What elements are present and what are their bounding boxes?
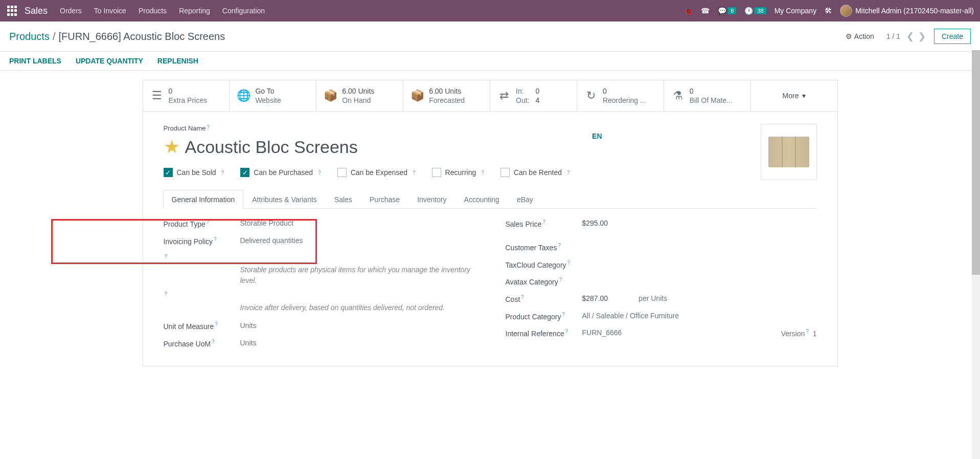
stat-website[interactable]: 🌐 Go ToWebsite [230, 80, 316, 111]
nav-orders[interactable]: Orders [60, 7, 82, 15]
help-icon[interactable]: ? [562, 312, 565, 317]
stat-extra-prices[interactable]: ☰ 0Extra Prices [143, 80, 230, 111]
globe-icon: 🌐 [237, 89, 250, 102]
form-grid: Product Type?Storable Product Invoicing … [164, 209, 817, 366]
left-column: Product Type?Storable Product Invoicing … [164, 219, 475, 356]
avatar [840, 5, 852, 17]
messages-icon[interactable]: 💬8 [718, 7, 736, 15]
help-icon[interactable]: ? [207, 124, 210, 130]
product-type-value[interactable]: Storable Product [240, 219, 475, 227]
sales-price-value[interactable]: $295.00 [582, 219, 817, 227]
product-name[interactable]: Acoustic Bloc Screens [185, 137, 358, 157]
help-icon[interactable]: ? [521, 294, 524, 300]
recurring-checkbox[interactable] [432, 168, 441, 177]
action-menu[interactable]: ⚙Action [846, 32, 874, 40]
help-icon[interactable]: ? [567, 260, 571, 266]
tabs: General Information Attributes & Variant… [163, 189, 817, 209]
tab-attributes-variants[interactable]: Attributes & Variants [243, 190, 326, 209]
flask-icon: ⚗ [671, 89, 685, 102]
lang-button[interactable]: EN [592, 132, 602, 140]
help-icon[interactable]: ? [212, 339, 215, 344]
header: Products / [FURN_6666] Acoustic Bloc Scr… [0, 21, 980, 52]
category-value[interactable]: All / Saleable / Office Furniture [582, 312, 817, 320]
refresh-icon: ↻ [584, 89, 598, 102]
breadcrumb-root[interactable]: Products [9, 31, 50, 42]
breadcrumb-sep: / [53, 31, 56, 42]
favorite-star-icon[interactable]: ★ [164, 136, 180, 158]
scrollbar[interactable] [972, 50, 980, 366]
invoicing-policy-label: Invoicing Policy? [164, 236, 240, 246]
stat-forecasted[interactable]: 📦 6.00 UnitsForecasted [403, 80, 490, 111]
tab-purchase[interactable]: Purchase [361, 190, 408, 209]
help-icon[interactable]: ? [806, 329, 809, 334]
purchase-uom-value[interactable]: Units [240, 339, 475, 347]
nav-reporting[interactable]: Reporting [179, 7, 210, 15]
stat-reordering[interactable]: ↻ 0Reordering ... [577, 80, 664, 111]
help-icon[interactable]: ? [413, 170, 416, 176]
nav-configuration[interactable]: Configuration [222, 7, 265, 15]
can-be-purchased-checkbox[interactable]: ✓ [240, 168, 249, 177]
product-image[interactable] [761, 124, 817, 180]
product-name-label: Product Name? [164, 124, 210, 132]
stat-transfers[interactable]: ⇄ In:Out: 04 [490, 80, 577, 111]
help-icon[interactable]: ? [558, 243, 561, 248]
uom-label: Unit of Measure? [164, 321, 240, 331]
help-icon[interactable]: ? [215, 321, 218, 327]
tab-general-information[interactable]: General Information [163, 190, 244, 209]
help-icon[interactable]: ? [542, 219, 545, 225]
chevron-down-icon: ▾ [802, 92, 806, 100]
help-icon[interactable]: ? [165, 291, 168, 297]
ref-value[interactable]: FURN_6666Version? 1 [582, 329, 817, 338]
can-be-sold-checkbox[interactable]: ✓ [164, 168, 173, 177]
apps-icon[interactable] [6, 5, 18, 17]
stat-more[interactable]: More▾ [751, 80, 837, 111]
help-icon[interactable]: ? [567, 170, 570, 176]
avatax-label: Avatax Category? [506, 277, 582, 286]
transfer-icon: ⇄ [497, 89, 511, 102]
activities-icon[interactable]: 🕐38 [744, 7, 766, 15]
breadcrumb-current: [FURN_6666] Acoustic Bloc Screens [59, 31, 225, 42]
user-menu[interactable]: Mitchell Admin (21702450-master-all) [840, 5, 974, 17]
help-icon[interactable]: ? [221, 170, 224, 176]
cost-value[interactable]: $287.00per Units [582, 294, 817, 302]
help-icon[interactable]: ? [481, 170, 484, 176]
uom-value[interactable]: Units [240, 321, 475, 330]
toolbar: PRINT LABELS UPDATE QUANTITY REPLENISH [0, 52, 980, 71]
support-icon[interactable]: ☎ [701, 7, 710, 15]
create-button[interactable]: Create [934, 29, 971, 44]
tools-icon[interactable]: 🛠 [825, 7, 832, 15]
customer-taxes-label: Customer Taxes? [506, 243, 582, 252]
can-be-expensed-checkbox[interactable] [337, 168, 347, 177]
help-icon[interactable]: ? [565, 329, 568, 334]
help-icon[interactable]: ? [207, 219, 210, 225]
tab-ebay[interactable]: eBay [508, 190, 542, 209]
invoicing-policy-value[interactable]: Delivered quantities [240, 236, 475, 245]
tab-accounting[interactable]: Accounting [455, 190, 508, 209]
nav-to-invoice[interactable]: To Invoice [94, 7, 126, 15]
can-be-rented-checkbox[interactable] [500, 168, 510, 177]
stat-on-hand[interactable]: 📦 6.00 UnitsOn Hand [316, 80, 403, 111]
print-labels-button[interactable]: PRINT LABELS [9, 57, 61, 65]
company-switcher[interactable]: My Company [774, 7, 816, 15]
help-icon[interactable]: ? [318, 170, 321, 176]
update-quantity-button[interactable]: UPDATE QUANTITY [76, 57, 143, 65]
stat-bom[interactable]: ⚗ 0Bill Of Mate... [664, 80, 751, 111]
tab-sales[interactable]: Sales [326, 190, 361, 209]
tab-inventory[interactable]: Inventory [408, 190, 455, 209]
category-label: Product Category? [506, 312, 582, 321]
prev-button[interactable]: ❮ [906, 31, 914, 42]
cost-label: Cost? [506, 294, 582, 303]
pager[interactable]: 1 / 1 [886, 32, 900, 40]
nav-products[interactable]: Products [139, 7, 167, 15]
brand[interactable]: Sales [25, 6, 48, 16]
debug-icon[interactable]: 🐞 [684, 7, 693, 15]
help-icon[interactable]: ? [214, 236, 217, 242]
right-column: Sales Price?$295.00 Customer Taxes? TaxC… [506, 219, 817, 356]
invoicing-policy-hint: Invoice after delivery, based on quantit… [240, 302, 475, 313]
ref-label: Internal Reference? [506, 329, 582, 338]
help-icon[interactable]: ? [559, 277, 562, 282]
content: ☰ 0Extra Prices 🌐 Go ToWebsite 📦 6.00 Un… [143, 80, 838, 366]
next-button[interactable]: ❯ [918, 31, 926, 42]
help-icon[interactable]: ? [165, 254, 168, 259]
replenish-button[interactable]: REPLENISH [157, 57, 198, 65]
